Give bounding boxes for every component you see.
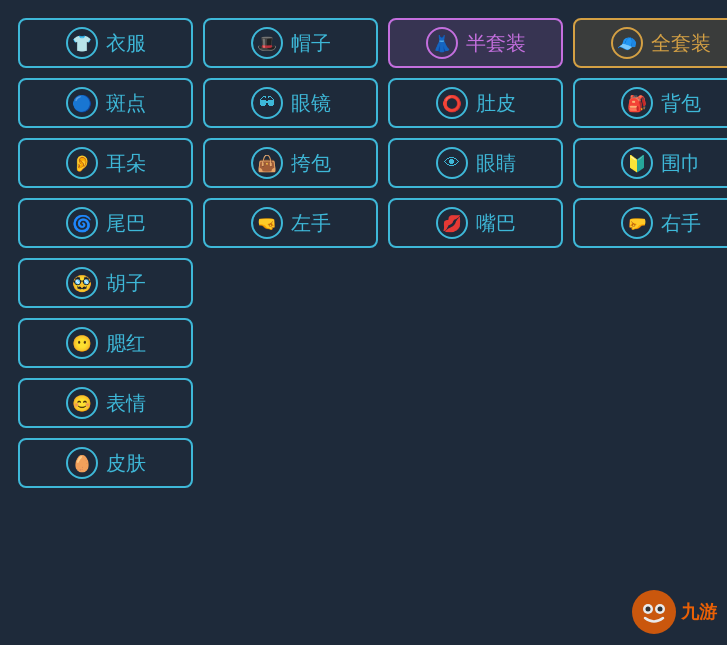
icon-pifu: 🥚 [66,447,98,479]
btn-zuoshou[interactable]: 🤜 左手 [203,198,378,248]
icon-huzi: 🥸 [66,267,98,299]
icon-zuiba: 💋 [436,207,468,239]
btn-yifu[interactable]: 👕 衣服 [18,18,193,68]
btn-quantaozhuang[interactable]: 🧢 全套装 [573,18,727,68]
icon-quantaozhuang: 🧢 [611,27,643,59]
icon-kuabao: 👜 [251,147,283,179]
btn-yanjing2[interactable]: 🕶 眼镜 [203,78,378,128]
btn-weijin[interactable]: 🔰 围巾 [573,138,727,188]
watermark-logo [631,589,677,635]
btn-maozi[interactable]: 🎩 帽子 [203,18,378,68]
icon-banjuzhang: 👗 [426,27,458,59]
icon-weijin: 🔰 [621,147,653,179]
svg-point-3 [646,607,651,612]
icon-bandian: 🔵 [66,87,98,119]
btn-zuiba[interactable]: 💋 嘴巴 [388,198,563,248]
btn-beibao[interactable]: 🎒 背包 [573,78,727,128]
icon-yifu: 👕 [66,27,98,59]
btn-pifu[interactable]: 🥚 皮肤 [18,438,193,488]
btn-erduo[interactable]: 👂 耳朵 [18,138,193,188]
btn-youshou[interactable]: 🤛 右手 [573,198,727,248]
icon-maozi: 🎩 [251,27,283,59]
btn-bandian[interactable]: 🔵 斑点 [18,78,193,128]
btn-biaoqing[interactable]: 😊 表情 [18,378,193,428]
btn-weiba[interactable]: 🌀 尾巴 [18,198,193,248]
icon-saituhong: 😶 [66,327,98,359]
icon-zuoshou: 🤜 [251,207,283,239]
icon-biaoqing: 😊 [66,387,98,419]
icon-yanjing2: 🕶 [251,87,283,119]
icon-dupi: ⭕ [436,87,468,119]
svg-point-4 [658,607,663,612]
icon-beibao: 🎒 [621,87,653,119]
watermark-label: 九游 [681,600,717,624]
btn-saituhong[interactable]: 😶 腮红 [18,318,193,368]
main-grid: 👕 衣服 🎩 帽子 👗 半套装 🧢 全套装 🔵 斑点 🕶 眼镜 ⭕ 肚皮 🎒 背… [0,0,727,506]
btn-huzi[interactable]: 🥸 胡子 [18,258,193,308]
btn-kuabao[interactable]: 👜 挎包 [203,138,378,188]
svg-point-0 [632,590,676,634]
watermark: 九游 [631,589,717,635]
icon-youshou: 🤛 [621,207,653,239]
icon-weiba: 🌀 [66,207,98,239]
btn-banjuzhang[interactable]: 👗 半套装 [388,18,563,68]
btn-yanjing[interactable]: 👁 眼睛 [388,138,563,188]
btn-dupi[interactable]: ⭕ 肚皮 [388,78,563,128]
icon-yanjing: 👁 [436,147,468,179]
icon-erduo: 👂 [66,147,98,179]
